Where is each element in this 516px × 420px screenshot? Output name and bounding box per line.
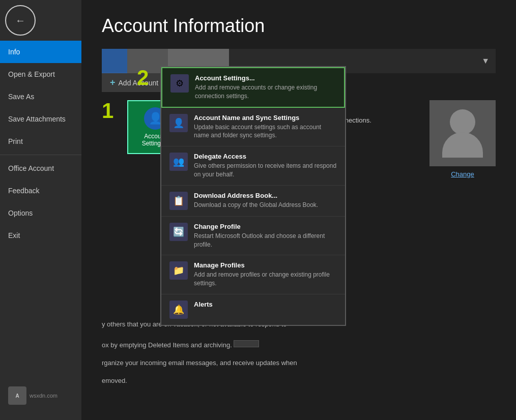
color-block-1 [102,49,127,73]
delegate-item-text: Delegate Access Give others permission t… [194,153,337,179]
change-photo-link[interactable]: Change [451,170,474,178]
change-profile-title: Change Profile [194,223,337,230]
profile-pic-area: Change [429,100,496,178]
sidebar-item-save-as[interactable]: Save As [0,85,81,108]
watermark: A wsxdn.com [0,381,81,410]
back-button[interactable]: ← [5,5,36,36]
sidebar: ← Info Open & Export Save As Save Attach… [0,0,81,420]
bg-text-2: ox by emptying Deleted Items and archivi… [102,341,232,349]
folder-icon: 📁 [173,265,184,276]
account-settings-item-icon: ⚙ [170,74,189,93]
gear-settings-icon: ⚙ [176,78,184,89]
dropdown-arrow-icon: ▼ [481,56,490,66]
sidebar-item-exit[interactable]: Exit [0,224,81,247]
dropdown-item-delegate[interactable]: 👥 Delegate Access Give others permission… [161,146,345,186]
bg-row-4: emoved. [102,377,496,384]
dropdown-item-account-settings[interactable]: ⚙ Account Settings... Add and remove acc… [161,67,345,108]
book-icon: 📋 [173,195,184,206]
account-settings-item-desc: Add and remove accounts or change existi… [195,83,336,101]
manage-profiles-item-text: Manage Profiles Add and remove profiles … [194,261,337,288]
dropdown-menu-inner: 2 ⚙ Account Settings... Add and remove a… [161,67,345,325]
alerts-icon: 🔔 [169,301,188,319]
name-sync-item-text: Account Name and Sync Settings Update ba… [194,114,337,140]
bell-icon: 🔔 [173,304,184,315]
bg-row-3: rganize your incoming email messages, an… [102,359,496,367]
add-account-button[interactable]: + Add Account [102,73,166,92]
main-content: Account Information ▼ + Add Account 1 👤 … [81,0,516,420]
delegate-title: Delegate Access [194,153,337,160]
person-sync-icon: 👤 [173,117,184,129]
manage-profiles-desc: Add and remove profiles or change existi… [194,271,337,288]
manage-profiles-title: Manage Profiles [194,261,337,269]
sidebar-item-feedback[interactable]: Feedback [0,179,81,202]
delegate-icon: 👥 [169,153,188,171]
sidebar-item-options[interactable]: Options [0,202,81,224]
name-sync-icon: 👤 [169,114,188,132]
plus-icon: + [110,77,116,88]
name-sync-title: Account Name and Sync Settings [194,114,337,122]
back-arrow-icon: ← [15,15,25,26]
alerts-item-text: Alerts [194,301,337,310]
profile-picture [429,100,496,166]
address-book-item-text: Download Address Book... Download a copy… [194,192,337,209]
address-book-icon: 📋 [169,192,188,210]
sidebar-nav: Info Open & Export Save As Save Attachme… [0,41,81,381]
account-settings-dropdown-menu: 2 ⚙ Account Settings... Add and remove a… [160,66,346,326]
step-number-2: 2 [137,67,149,88]
background-content: y others that you are on vacation, or no… [102,320,496,384]
silhouette-body [442,132,483,158]
sidebar-item-save-attachments[interactable]: Save Attachments [0,108,81,130]
delegate-desc: Give others permission to receive items … [194,162,337,179]
sidebar-bottom: A wsxdn.com [0,381,81,420]
sidebar-item-info[interactable]: Info [0,41,81,63]
refresh-icon: 🔄 [173,226,184,237]
change-profile-desc: Restart Microsoft Outlook and choose a d… [194,232,337,249]
address-book-title: Download Address Book... [194,192,337,199]
step-number-1: 1 [102,100,117,122]
change-profile-item-text: Change Profile Restart Microsoft Outlook… [194,223,337,249]
watermark-logo: A [8,386,26,405]
dropdown-item-alerts[interactable]: 🔔 Alerts [161,294,345,325]
address-book-desc: Download a copy of the Global Address Bo… [194,201,337,209]
people-icon: 👥 [173,156,184,167]
page-title: Account Information [102,15,496,37]
dropdown-item-name-sync[interactable]: 👤 Account Name and Sync Settings Update … [161,108,345,147]
dropdown-item-address-book[interactable]: 📋 Download Address Book... Download a co… [161,186,345,217]
sidebar-item-office-account[interactable]: Office Account [0,157,81,179]
account-settings-item-title: Account Settings... [195,74,336,82]
sidebar-divider [0,155,81,155]
watermark-text: wsxdn.com [30,393,58,399]
name-sync-desc: Update basic account settings such as ac… [194,123,337,140]
sidebar-item-print[interactable]: Print [0,130,81,153]
change-profile-icon: 🔄 [169,223,188,241]
empty-button[interactable] [234,340,259,347]
bg-row-2: ox by emptying Deleted Items and archivi… [102,338,496,349]
dropdown-item-change-profile[interactable]: 🔄 Change Profile Restart Microsoft Outlo… [161,217,345,256]
dropdown-item-manage-profiles[interactable]: 📁 Manage Profiles Add and remove profile… [161,255,345,294]
manage-profiles-icon: 📁 [169,261,188,280]
person-silhouette [442,109,483,158]
silhouette-head [450,109,475,135]
alerts-title: Alerts [194,301,337,308]
sidebar-item-open-export[interactable]: Open & Export [0,63,81,85]
account-settings-item-text: Account Settings... Add and remove accou… [195,74,336,101]
